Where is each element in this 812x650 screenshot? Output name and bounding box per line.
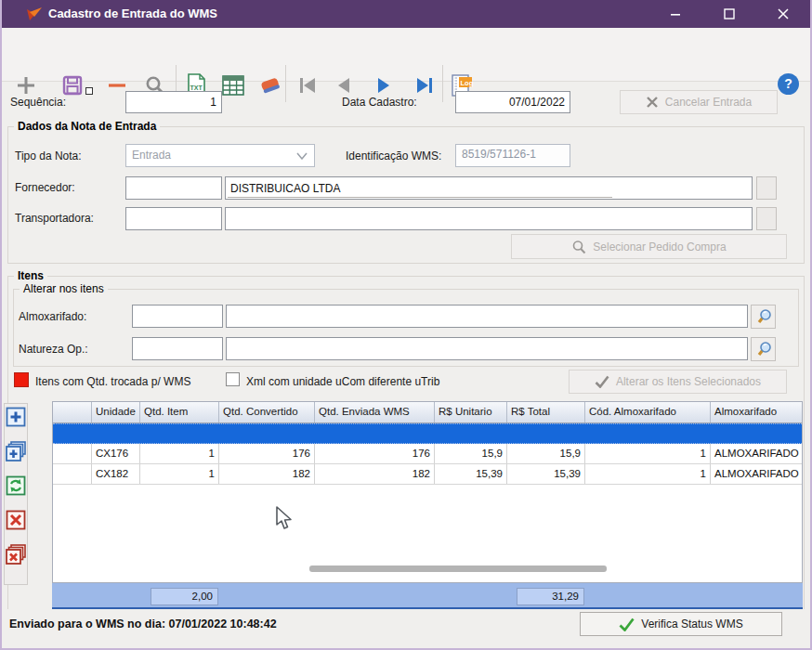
refresh-items-button[interactable] [5, 474, 27, 497]
delete-all-items-button[interactable] [5, 543, 27, 566]
save-icon [61, 74, 84, 97]
nav-next-icon [373, 75, 394, 96]
grid-header-cell[interactable]: Qtd. Convertido [219, 402, 315, 422]
selecionar-pedido-button[interactable]: Selecionar Pedido Compra [511, 234, 787, 259]
natureza-code-input[interactable] [132, 337, 223, 360]
fornecedor-lookup-button[interactable] [756, 176, 777, 200]
grid-view-button[interactable] [218, 71, 248, 100]
grid-header-cell[interactable] [53, 402, 92, 422]
wms-sent-status: Enviado para o WMS no dia: 07/01/2022 10… [9, 618, 277, 630]
cell-cod-almoxarifado[interactable]: 1 [585, 444, 711, 463]
nav-first-button[interactable] [293, 71, 322, 100]
transportadora-lookup-button[interactable] [756, 207, 777, 230]
check-gray-icon [595, 375, 609, 388]
cell-unidade[interactable]: CX182 [92, 464, 140, 484]
cell-qtd-convertido[interactable]: 176 [219, 444, 315, 463]
toolbar-separator [442, 65, 443, 102]
cell-qtd-enviada[interactable]: 176 [315, 444, 435, 463]
minimize-button[interactable] [648, 0, 702, 28]
transportadora-code-input[interactable] [125, 207, 222, 230]
alterar-itens-button[interactable]: Alterar os Itens Selecionados [569, 370, 787, 394]
selected-row[interactable] [53, 423, 802, 444]
alterar-itens-label: Alterar os Itens Selecionados [616, 375, 761, 388]
grid-header-cell[interactable]: R$ Unitario [435, 402, 507, 422]
verifica-status-button[interactable]: Verifica Status WMS [580, 612, 782, 636]
xml-ucom-label: Xml com unidade uCom diferente uTrib [246, 375, 439, 388]
grid-header-cell[interactable]: Cód. Almoxarifado [585, 402, 711, 422]
selecionar-pedido-label: Selecionar Pedido Compra [593, 240, 726, 254]
table-icon [222, 75, 244, 96]
delete-item-button[interactable] [5, 509, 27, 531]
svg-text:TXT: TXT [190, 84, 203, 91]
grid-header-cell[interactable]: Qtd. Enviada WMS [315, 402, 435, 422]
sequencia-input[interactable] [125, 91, 222, 113]
items-grid[interactable]: Unidade Qtd. Item Qtd. Convertido Qtd. E… [52, 401, 803, 583]
data-cadastro-input[interactable] [455, 91, 570, 113]
horizontal-scrollbar[interactable] [309, 566, 607, 572]
cell-qtd-enviada[interactable]: 182 [315, 464, 435, 484]
tipo-nota-select[interactable]: Entrada [125, 144, 315, 167]
cell-qtd-item[interactable]: 1 [140, 464, 219, 484]
verifica-status-label: Verifica Status WMS [641, 618, 742, 630]
add-item-icon [6, 407, 26, 427]
data-cadastro-label: Data Cadastro: [342, 96, 417, 109]
help-icon: ? [784, 76, 792, 91]
nav-last-icon [414, 75, 435, 96]
toolbar: TXT [2, 28, 810, 82]
cell-unitario[interactable]: 15,39 [435, 464, 507, 484]
total-valor-box: 31,29 [517, 588, 584, 605]
natureza-name-input[interactable] [226, 337, 748, 360]
app-window: Cadastro de Entrada do WMS [0, 0, 812, 650]
help-button[interactable]: ? [778, 73, 799, 95]
cell-cod-almoxarifado[interactable]: 1 [585, 464, 711, 484]
cancelar-entrada-button[interactable]: Cancelar Entrada [620, 90, 778, 114]
close-button[interactable] [756, 0, 810, 28]
refresh-icon [6, 475, 26, 496]
plus-icon [15, 74, 37, 97]
transportadora-label: Transportadora: [15, 212, 94, 225]
qtd-trocada-legend-label: Itens com Qtd. trocada p/ WMS [35, 375, 190, 388]
cell-total[interactable]: 15,9 [507, 444, 585, 463]
clear-button[interactable] [255, 71, 285, 100]
magnifier-icon [755, 308, 772, 325]
row-selector-cell[interactable] [53, 464, 92, 484]
almoxarifado-name-input[interactable] [226, 305, 748, 328]
itens-title: Itens [14, 269, 47, 282]
grid-header-cell[interactable]: Unidade [92, 402, 140, 422]
table-row[interactable]: CX182 1 182 182 15,39 15,39 1 ALMOXARIFA… [53, 464, 802, 485]
magnifier-icon [755, 341, 772, 358]
cell-qtd-convertido[interactable]: 182 [219, 464, 315, 484]
fornecedor-label: Fornecedor: [15, 181, 75, 194]
tipo-nota-value: Entrada [132, 149, 171, 162]
grid-header-cell[interactable]: Almoxarifado [711, 402, 802, 422]
cell-almoxarifado[interactable]: ALMOXARIFADO [711, 444, 802, 463]
cell-total[interactable]: 15,39 [507, 464, 585, 484]
nav-first-icon [297, 75, 318, 96]
app-logo-icon [26, 6, 43, 22]
natureza-search-button[interactable] [751, 337, 776, 361]
xml-ucom-checkbox[interactable] [226, 372, 240, 386]
delete-item-icon [6, 510, 26, 530]
almoxarifado-code-input[interactable] [132, 305, 223, 328]
cell-unitario[interactable]: 15,9 [435, 444, 507, 463]
grid-header-cell[interactable]: R$ Total [507, 402, 585, 422]
identificacao-wms-label: Identificação WMS: [346, 150, 441, 162]
almoxarifado-search-button[interactable] [751, 305, 776, 329]
maximize-button[interactable] [702, 0, 756, 28]
close-icon [778, 8, 789, 20]
totals-band: 2,00 31,29 [52, 583, 803, 609]
fornecedor-code-input[interactable] [125, 176, 222, 200]
add-item-button[interactable] [5, 406, 27, 428]
dados-nota-title: Dados da Nota de Entrada [14, 120, 160, 133]
grid-header-cell[interactable]: Qtd. Item [140, 402, 219, 422]
transportadora-name-input[interactable] [225, 207, 753, 230]
cell-almoxarifado[interactable]: ALMOXARIFADO [711, 464, 802, 484]
row-selector-cell[interactable] [53, 444, 92, 463]
cell-qtd-item[interactable]: 1 [140, 444, 219, 463]
table-row[interactable]: CX176 1 176 176 15,9 15,9 1 ALMOXARIFADO [53, 444, 802, 464]
minimize-icon [670, 8, 681, 20]
cell-unidade[interactable]: CX176 [92, 444, 140, 463]
delete-all-icon [5, 543, 27, 566]
add-multiple-items-button[interactable] [5, 440, 27, 462]
almoxarifado-label: Almoxarifado: [19, 310, 86, 323]
